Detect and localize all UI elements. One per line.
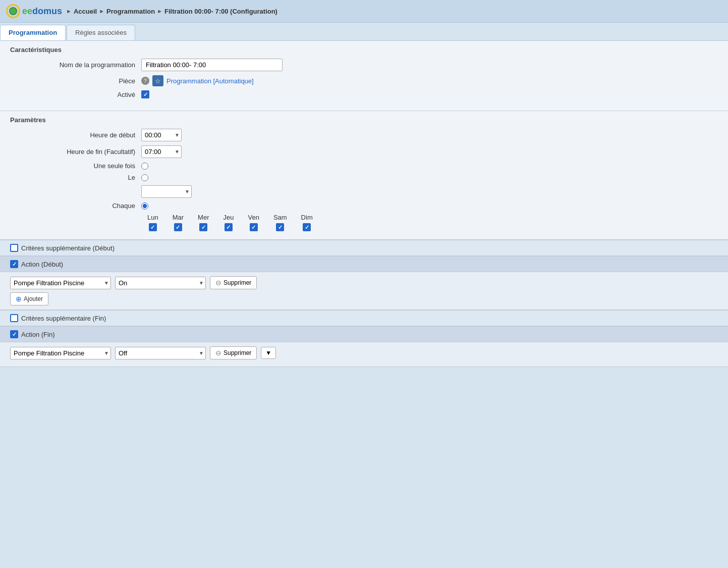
action-debut-supprimer-button[interactable]: ⊖ Supprimer xyxy=(210,276,257,289)
header: eedomus ► Accueil ► Programmation ► Filt… xyxy=(0,0,728,23)
breadcrumb-filtration: Filtration 00:00- 7:00 (Configuration) xyxy=(164,8,277,15)
une-seule-fois-label: Une seule fois xyxy=(10,162,141,170)
help-icon[interactable]: ? xyxy=(141,77,149,85)
action-debut-device-wrapper: Pompe Filtration Piscine ▼ xyxy=(10,277,111,289)
day-mer-checkbox[interactable] xyxy=(199,223,207,231)
action-debut-action-select[interactable]: On Off Active Inactive xyxy=(115,277,206,289)
nom-input[interactable] xyxy=(141,59,283,71)
action-fin-label: Action (Fin) xyxy=(21,331,54,338)
piece-label: Pièce xyxy=(10,77,141,85)
active-row: Activé xyxy=(10,90,718,98)
action-debut-header: Action (Début) xyxy=(0,256,728,272)
piece-row: Pièce ? ☆ Programmation [Automatique] xyxy=(10,75,718,86)
piece-control: ? ☆ Programmation [Automatique] xyxy=(141,75,254,86)
criteres-debut-checkbox[interactable] xyxy=(10,244,18,252)
ajouter-debut-label: Ajouter xyxy=(24,295,43,302)
logo-circle xyxy=(6,4,20,18)
heure-debut-select-wrapper: 00:0000:3001:0002:0003:0004:0005:0006:00… xyxy=(141,129,182,141)
room-icon: ☆ xyxy=(152,75,163,86)
action-debut-checkbox[interactable] xyxy=(10,260,18,268)
caracteristiques-section: Caractéristiques Nom de la programmation… xyxy=(0,41,728,111)
day-mer-label: Mer xyxy=(198,214,209,221)
days-row: Lun Mar Mer Jeu Ven Sam xyxy=(147,214,718,231)
breadcrumb-arrow-1: ► xyxy=(66,8,72,14)
day-sam-checkbox[interactable] xyxy=(276,223,284,231)
tab-regles-associees[interactable]: Règles associées xyxy=(67,25,135,40)
le-label: Le xyxy=(10,174,141,181)
action-fin-supprimer-button[interactable]: ⊖ Supprimer xyxy=(210,346,257,359)
caracteristiques-title: Caractéristiques xyxy=(10,46,718,54)
le-day-select[interactable] xyxy=(141,185,192,198)
day-dim: Dim xyxy=(301,214,313,231)
criteres-fin-label: Critères supplémentaire (Fin) xyxy=(21,315,106,322)
heure-fin-select-wrapper: 00:0001:0002:0003:0004:0005:0006:0007:00… xyxy=(141,145,182,158)
breadcrumb-accueil[interactable]: Accueil xyxy=(74,8,97,15)
day-mer: Mer xyxy=(198,214,209,231)
breadcrumb-programmation[interactable]: Programmation xyxy=(106,8,155,15)
criteres-fin-checkbox[interactable] xyxy=(10,314,18,322)
action-fin-action-select[interactable]: On Off Active Inactive xyxy=(115,347,206,359)
heure-fin-label: Heure de fin (Facultatif) xyxy=(10,148,141,156)
chaque-radio[interactable] xyxy=(141,202,148,210)
day-lun-label: Lun xyxy=(147,214,158,221)
active-control xyxy=(141,90,149,98)
action-debut-ajouter-button[interactable]: ⊕ Ajouter xyxy=(10,292,48,305)
heure-fin-control: 00:0001:0002:0003:0004:0005:0006:0007:00… xyxy=(141,145,182,158)
le-day-select-wrapper: ▼ xyxy=(141,185,192,198)
heure-debut-label: Heure de début xyxy=(10,131,141,139)
tab-programmation[interactable]: Programmation xyxy=(0,25,66,40)
supprimer-debut-icon: ⊖ xyxy=(215,279,221,287)
le-dropdown-control: ▼ xyxy=(141,185,192,198)
action-fin-section: Pompe Filtration Piscine ▼ On Off Active… xyxy=(0,342,728,367)
le-dropdown-row: ▼ xyxy=(10,185,718,198)
day-lun-checkbox[interactable] xyxy=(149,223,157,231)
action-fin-device-select[interactable]: Pompe Filtration Piscine xyxy=(10,347,111,359)
une-seule-fois-row: Une seule fois xyxy=(10,162,718,170)
parametres-title: Paramètres xyxy=(10,116,718,124)
room-icon-glyph: ☆ xyxy=(155,77,161,85)
action-debut-action-wrapper: On Off Active Inactive ▼ xyxy=(115,277,206,289)
day-dim-label: Dim xyxy=(301,214,313,221)
logo[interactable]: eedomus xyxy=(6,4,62,18)
action-debut-label: Action (Début) xyxy=(21,261,63,268)
supprimer-debut-label: Supprimer xyxy=(223,279,251,286)
action-fin-row: Pompe Filtration Piscine ▼ On Off Active… xyxy=(10,346,718,359)
parametres-section: Paramètres Heure de début 00:0000:3001:0… xyxy=(0,111,728,240)
day-sam: Sam xyxy=(273,214,287,231)
logo-text: eedomus xyxy=(22,6,62,17)
action-fin-action-wrapper: On Off Active Inactive ▼ xyxy=(115,347,206,359)
heure-debut-select[interactable]: 00:0000:3001:0002:0003:0004:0005:0006:00… xyxy=(141,129,182,141)
breadcrumb: ► Accueil ► Programmation ► Filtration 0… xyxy=(66,8,277,15)
une-seule-fois-control xyxy=(141,163,148,170)
day-ven: Ven xyxy=(248,214,259,231)
nom-row: Nom de la programmation xyxy=(10,59,718,71)
une-seule-fois-radio[interactable] xyxy=(141,163,148,170)
day-mar: Mar xyxy=(173,214,184,231)
breadcrumb-arrow-3: ► xyxy=(157,8,162,14)
day-jeu: Jeu xyxy=(223,214,234,231)
criteres-debut-label: Critères supplémentaire (Début) xyxy=(21,244,115,252)
day-dim-checkbox[interactable] xyxy=(303,223,311,231)
day-jeu-label: Jeu xyxy=(223,214,234,221)
le-row: Le xyxy=(10,174,718,181)
heure-fin-select[interactable]: 00:0001:0002:0003:0004:0005:0006:0007:00… xyxy=(141,145,182,158)
logo-circle-inner xyxy=(9,7,17,15)
action-fin-device-wrapper: Pompe Filtration Piscine ▼ xyxy=(10,347,111,359)
piece-link[interactable]: Programmation [Automatique] xyxy=(166,77,254,85)
day-mar-checkbox[interactable] xyxy=(174,223,182,231)
le-radio[interactable] xyxy=(141,174,148,181)
day-mar-label: Mar xyxy=(173,214,184,221)
active-label: Activé xyxy=(10,91,141,98)
day-jeu-checkbox[interactable] xyxy=(225,223,233,231)
day-sam-label: Sam xyxy=(273,214,287,221)
chaque-row: Chaque xyxy=(10,202,718,210)
action-fin-checkbox[interactable] xyxy=(10,330,18,338)
action-debut-device-select[interactable]: Pompe Filtration Piscine xyxy=(10,277,111,289)
heure-debut-row: Heure de début 00:0000:3001:0002:0003:00… xyxy=(10,129,718,141)
day-ven-checkbox[interactable] xyxy=(250,223,258,231)
action-fin-arrow-button[interactable]: ▼ xyxy=(261,347,276,359)
action-fin-header: Action (Fin) xyxy=(0,326,728,342)
supprimer-fin-icon: ⊖ xyxy=(215,349,221,357)
active-checkbox[interactable] xyxy=(141,90,149,98)
day-lun: Lun xyxy=(147,214,158,231)
